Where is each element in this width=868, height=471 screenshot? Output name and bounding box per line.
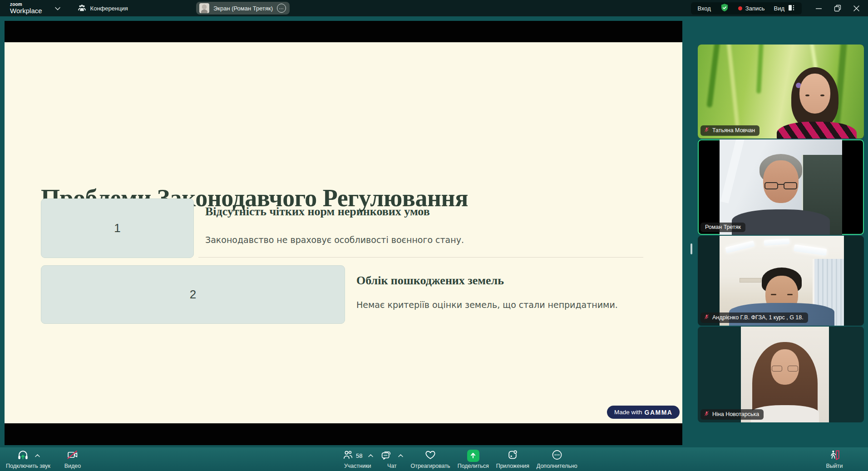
- tab-screen-share[interactable]: Экран (Роман Третяк) …: [196, 2, 290, 15]
- video-tile-participant-2-active-speaker[interactable]: Роман Третяк: [698, 139, 864, 235]
- video-button[interactable]: Видео: [59, 449, 86, 469]
- slide-item-1-number-card: 1: [41, 198, 194, 258]
- gamma-badge-prefix: Made with: [614, 409, 642, 416]
- sidebar-drag-handle[interactable]: [690, 243, 692, 254]
- leave-door-icon: [829, 449, 841, 462]
- presentation-slide: Проблеми Законодавчого Регулювання 1 Від…: [5, 42, 682, 423]
- shared-screen-area: Проблеми Законодавчого Регулювання 1 Від…: [5, 21, 682, 445]
- video-label: Видео: [64, 463, 81, 469]
- video-tile-participant-1[interactable]: Татьяна Мовчан: [698, 45, 864, 139]
- leave-button[interactable]: Выйти: [818, 449, 851, 469]
- participants-icon: [342, 449, 354, 462]
- camera-off-icon: [67, 449, 79, 462]
- share-screen-icon: [467, 450, 479, 462]
- close-button[interactable]: [853, 5, 860, 12]
- maximize-button[interactable]: [834, 5, 841, 12]
- meeting-people-icon: [78, 4, 86, 13]
- tab-more-options-icon[interactable]: …: [277, 4, 286, 13]
- apps-icon: [507, 449, 518, 462]
- titlebar-right-controls: Вход Запись Вид: [691, 0, 863, 16]
- minimize-button[interactable]: [815, 5, 822, 12]
- chat-label: Чат: [387, 463, 397, 469]
- zoom-meeting-window: zoom Workplace Конференция Экран (Роман …: [0, 0, 868, 471]
- more-ellipsis-icon: [551, 449, 563, 462]
- more-button[interactable]: Дополнительно: [537, 449, 577, 469]
- logo-zoom-text: zoom: [10, 2, 42, 7]
- recording-label: Запись: [745, 5, 765, 12]
- participant-name-tag: Роман Третяк: [700, 223, 745, 232]
- chat-chevron[interactable]: [398, 454, 403, 457]
- more-label: Дополнительно: [537, 463, 577, 469]
- toolbar-center-group: 58 Участники Чат: [342, 449, 577, 469]
- mic-muted-icon: [704, 411, 710, 418]
- slide-item-2-number-card: 2: [41, 265, 345, 324]
- video-tile-participant-3[interactable]: Андрієнко Г.В. ФГЗА, 1 курс , G 18.: [698, 236, 864, 326]
- signin-button[interactable]: Вход: [697, 5, 710, 12]
- participants-chevron[interactable]: [368, 454, 373, 457]
- recording-dot-icon: [738, 6, 742, 10]
- video-thumbnail-art: [698, 45, 864, 139]
- meeting-toolbar: Подключить звук Видео 58: [0, 447, 868, 471]
- chat-button[interactable]: Чат: [380, 449, 403, 469]
- apps-button[interactable]: Приложения: [496, 449, 529, 469]
- view-layout-icon: [788, 5, 795, 12]
- screen-share-tab-label: Экран (Роман Третяк): [213, 5, 273, 12]
- join-audio-label: Подключить звук: [6, 463, 50, 469]
- headphones-icon: [17, 449, 29, 462]
- audio-options-chevron[interactable]: [35, 454, 40, 457]
- screen-share-avatar: [199, 3, 209, 13]
- participant-name-tag: Татьяна Мовчан: [700, 125, 760, 136]
- titlebar-status-group: Вход Запись Вид: [691, 2, 802, 15]
- participants-count: 58: [356, 452, 362, 459]
- heart-icon: [424, 449, 436, 462]
- slide-item-1-heading: Відсутність чітких норм неринкових умов: [205, 205, 430, 218]
- share-label: Поделиться: [458, 463, 489, 469]
- video-tile-participant-4[interactable]: Ніна Новотарська: [698, 327, 864, 422]
- slide-divider: [198, 257, 643, 258]
- workspace-chevron-down-icon[interactable]: [55, 5, 60, 12]
- view-button[interactable]: Вид: [774, 5, 795, 12]
- chat-icon: [380, 449, 392, 462]
- mic-muted-icon: [704, 127, 710, 134]
- video-thumbnail-art: [741, 327, 829, 422]
- gamma-brand: GAMMA: [645, 409, 673, 416]
- logo-workplace-text: Workplace: [10, 7, 42, 14]
- conference-tab-label: Конференция: [90, 5, 128, 12]
- window-controls: [815, 5, 860, 12]
- slide-item-2-body: Немає критеріїв оцінки земель, що стали …: [356, 300, 618, 310]
- participant-name-tag: Ніна Новотарська: [700, 409, 764, 420]
- slide-item-1-body: Законодавство не враховує особливості во…: [205, 235, 464, 245]
- react-label: Отреагировать: [410, 463, 450, 469]
- react-button[interactable]: Отреагировать: [410, 449, 450, 469]
- zoom-workplace-logo: zoom Workplace: [10, 2, 42, 14]
- participants-button[interactable]: 58 Участники: [342, 449, 373, 469]
- mic-muted-icon: [704, 314, 710, 321]
- leave-label: Выйти: [826, 463, 843, 469]
- tab-conference[interactable]: Конференция: [78, 4, 128, 13]
- participant-name-tag: Андрієнко Г.В. ФГЗА, 1 курс , G 18.: [700, 312, 808, 323]
- made-with-gamma-badge[interactable]: Made with GAMMA: [607, 406, 680, 419]
- participant-name: Роман Третяк: [705, 224, 741, 230]
- participant-name: Ніна Новотарська: [712, 411, 759, 417]
- participants-label: Участники: [344, 463, 371, 469]
- participant-name: Татьяна Мовчан: [712, 127, 755, 134]
- apps-label: Приложения: [496, 463, 529, 469]
- view-label: Вид: [774, 5, 784, 12]
- recording-indicator[interactable]: Запись: [738, 5, 765, 12]
- security-shield-icon[interactable]: [720, 3, 729, 14]
- join-audio-button[interactable]: Подключить звук: [1, 449, 55, 469]
- participant-name: Андрієнко Г.В. ФГЗА, 1 курс , G 18.: [712, 314, 804, 321]
- share-screen-button[interactable]: Поделиться: [458, 449, 489, 469]
- video-thumbnail-art: [720, 139, 843, 235]
- slide-item-2-heading: Облік пошкоджених земель: [356, 274, 504, 288]
- titlebar: zoom Workplace Конференция Экран (Роман …: [0, 0, 868, 16]
